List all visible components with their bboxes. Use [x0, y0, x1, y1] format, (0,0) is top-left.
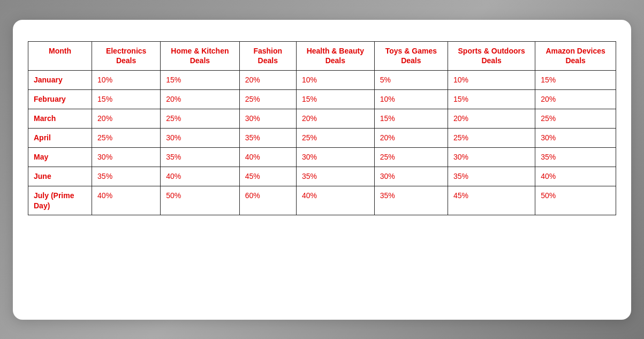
- cell-value-6-6: 45%: [448, 186, 535, 215]
- cell-value-3-1: 25%: [92, 128, 161, 147]
- cell-value-2-2: 25%: [161, 109, 239, 129]
- cell-value-6-1: 40%: [92, 186, 161, 215]
- cell-value-3-4: 25%: [296, 128, 374, 147]
- cell-value-2-6: 20%: [448, 109, 535, 129]
- cell-value-1-6: 15%: [448, 90, 535, 109]
- cell-value-4-7: 35%: [535, 147, 616, 167]
- cell-value-0-3: 20%: [239, 71, 296, 90]
- table-row: July (Prime Day)40%50%60%40%35%45%50%: [28, 186, 616, 215]
- cell-value-4-3: 40%: [239, 147, 296, 167]
- cell-value-1-4: 15%: [296, 90, 374, 109]
- col-header-5: Toys & Games Deals: [374, 41, 448, 71]
- cell-value-5-4: 35%: [296, 167, 374, 186]
- cell-value-4-5: 25%: [374, 147, 448, 167]
- table-body: January10%15%20%10%5%10%15%February15%20…: [28, 71, 616, 215]
- cell-value-0-7: 15%: [535, 71, 616, 90]
- table-row: January10%15%20%10%5%10%15%: [28, 71, 616, 90]
- col-header-3: Fashion Deals: [239, 41, 296, 71]
- table-row: March20%25%30%20%15%20%25%: [28, 109, 616, 129]
- cell-value-6-7: 50%: [535, 186, 616, 215]
- cell-value-6-3: 60%: [239, 186, 296, 215]
- table-container: MonthElectronics DealsHome & Kitchen Dea…: [28, 41, 616, 216]
- cell-value-3-3: 35%: [239, 128, 296, 147]
- cell-value-6-5: 35%: [374, 186, 448, 215]
- deals-table: MonthElectronics DealsHome & Kitchen Dea…: [28, 41, 616, 216]
- cell-month-4: May: [28, 147, 92, 167]
- cell-value-2-3: 30%: [239, 109, 296, 129]
- cell-value-1-2: 20%: [161, 90, 239, 109]
- cell-value-4-4: 30%: [296, 147, 374, 167]
- cell-month-1: February: [28, 90, 92, 109]
- main-card: MonthElectronics DealsHome & Kitchen Dea…: [13, 20, 631, 320]
- cell-value-0-2: 15%: [161, 71, 239, 90]
- cell-value-2-4: 20%: [296, 109, 374, 129]
- table-row: June35%40%45%35%30%35%40%: [28, 167, 616, 186]
- cell-value-0-5: 5%: [374, 71, 448, 90]
- cell-value-3-7: 30%: [535, 128, 616, 147]
- cell-value-5-6: 35%: [448, 167, 535, 186]
- cell-month-3: April: [28, 128, 92, 147]
- cell-value-6-4: 40%: [296, 186, 374, 215]
- cell-value-1-1: 15%: [92, 90, 161, 109]
- col-header-2: Home & Kitchen Deals: [161, 41, 239, 71]
- table-row: May30%35%40%30%25%30%35%: [28, 147, 616, 167]
- cell-value-0-1: 10%: [92, 71, 161, 90]
- cell-value-3-6: 25%: [448, 128, 535, 147]
- cell-value-2-7: 25%: [535, 109, 616, 129]
- table-row: February15%20%25%15%10%15%20%: [28, 90, 616, 109]
- col-header-month: Month: [28, 41, 92, 71]
- cell-value-1-3: 25%: [239, 90, 296, 109]
- cell-value-1-7: 20%: [535, 90, 616, 109]
- table-header-row: MonthElectronics DealsHome & Kitchen Dea…: [28, 41, 616, 71]
- cell-value-2-5: 15%: [374, 109, 448, 129]
- cell-value-5-3: 45%: [239, 167, 296, 186]
- cell-value-0-4: 10%: [296, 71, 374, 90]
- cell-value-3-2: 30%: [161, 128, 239, 147]
- col-header-4: Health & Beauty Deals: [296, 41, 374, 71]
- cell-value-1-5: 10%: [374, 90, 448, 109]
- col-header-6: Sports & Outdoors Deals: [448, 41, 535, 71]
- cell-value-3-5: 20%: [374, 128, 448, 147]
- cell-month-2: March: [28, 109, 92, 129]
- cell-month-5: June: [28, 167, 92, 186]
- cell-value-4-1: 30%: [92, 147, 161, 167]
- col-header-1: Electronics Deals: [92, 41, 161, 71]
- cell-value-0-6: 10%: [448, 71, 535, 90]
- cell-month-6: July (Prime Day): [28, 186, 92, 215]
- cell-value-4-6: 30%: [448, 147, 535, 167]
- cell-value-4-2: 35%: [161, 147, 239, 167]
- cell-value-5-5: 30%: [374, 167, 448, 186]
- table-row: April25%30%35%25%20%25%30%: [28, 128, 616, 147]
- cell-value-5-2: 40%: [161, 167, 239, 186]
- cell-value-5-1: 35%: [92, 167, 161, 186]
- cell-value-6-2: 50%: [161, 186, 239, 215]
- cell-value-2-1: 20%: [92, 109, 161, 129]
- cell-month-0: January: [28, 71, 92, 90]
- col-header-7: Amazon Devices Deals: [535, 41, 616, 71]
- cell-value-5-7: 40%: [535, 167, 616, 186]
